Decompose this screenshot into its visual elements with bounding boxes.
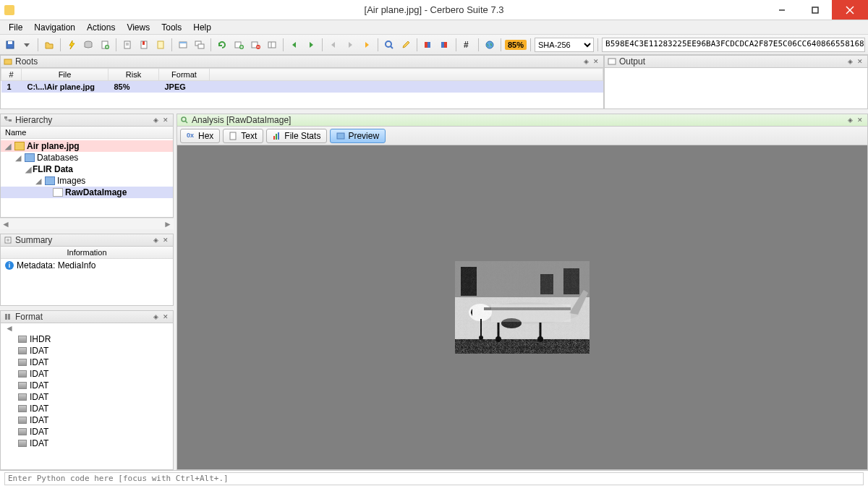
format-item[interactable]: IDAT bbox=[1, 345, 173, 357]
roots-title: Roots bbox=[15, 56, 38, 67]
windows-icon[interactable] bbox=[192, 38, 207, 52]
col-num[interactable]: # bbox=[1, 69, 22, 81]
doc-plus-icon[interactable] bbox=[98, 38, 112, 52]
format-item[interactable]: IDAT bbox=[1, 368, 173, 380]
hex-icon: 0x bbox=[187, 132, 195, 140]
close-icon[interactable]: ✕ bbox=[593, 58, 600, 65]
menu-tools[interactable]: Tools bbox=[156, 21, 187, 34]
tree-rawdataimage[interactable]: RawDataImage bbox=[1, 187, 173, 198]
format-item[interactable]: IDAT bbox=[1, 414, 173, 426]
close-icon[interactable]: ✕ bbox=[163, 313, 170, 320]
link-back-icon[interactable] bbox=[326, 38, 341, 52]
pin-icon[interactable]: ◈ bbox=[848, 116, 855, 124]
save-icon[interactable] bbox=[3, 38, 17, 52]
tree-root[interactable]: ◢Air plane.jpg bbox=[1, 140, 173, 152]
scroll-left-icon[interactable]: ◄ bbox=[0, 219, 12, 229]
python-console-input[interactable] bbox=[4, 472, 864, 485]
menu-help[interactable]: Help bbox=[187, 21, 217, 34]
remove-panel-icon[interactable] bbox=[248, 38, 263, 52]
format-item[interactable]: IDAT bbox=[1, 426, 173, 438]
roots-header[interactable]: Roots ◈✕ bbox=[0, 55, 604, 68]
summary-item[interactable]: iMetadata: MediaInfo bbox=[1, 259, 173, 272]
tree-images[interactable]: ◢Images bbox=[1, 175, 173, 187]
preview-canvas[interactable] bbox=[176, 145, 868, 470]
format-item[interactable]: IDAT bbox=[1, 391, 173, 403]
menu-views[interactable]: Views bbox=[121, 21, 156, 34]
col-risk[interactable]: Risk bbox=[109, 69, 159, 81]
hash-value-field[interactable]: B598E4C3E11283225EE96BA3FCDCDCA2F87E5C06… bbox=[602, 38, 865, 52]
bookmark-icon[interactable] bbox=[137, 38, 151, 52]
close-button[interactable] bbox=[832, 0, 868, 20]
pin-icon[interactable]: ◈ bbox=[153, 313, 161, 320]
add-panel-icon[interactable] bbox=[231, 38, 246, 52]
window-icon[interactable] bbox=[176, 38, 190, 52]
tab-hex[interactable]: 0xHex bbox=[180, 129, 220, 143]
scroll-right-icon[interactable]: ► bbox=[162, 219, 174, 229]
note-icon[interactable] bbox=[153, 38, 168, 52]
search-icon[interactable] bbox=[382, 38, 396, 52]
summary-header[interactable]: Summary ◈✕ bbox=[0, 234, 174, 247]
flag-red-icon[interactable] bbox=[421, 38, 435, 52]
pin-icon[interactable]: ◈ bbox=[584, 58, 591, 65]
layout-icon[interactable] bbox=[265, 38, 279, 52]
svg-rect-30 bbox=[444, 42, 447, 48]
close-icon[interactable]: ✕ bbox=[163, 236, 170, 244]
edit-icon[interactable] bbox=[399, 38, 413, 52]
tab-preview[interactable]: Preview bbox=[330, 129, 386, 143]
close-icon[interactable]: ✕ bbox=[857, 116, 864, 124]
close-icon[interactable]: ✕ bbox=[163, 116, 170, 124]
flash-icon[interactable] bbox=[64, 38, 79, 52]
output-header[interactable]: Output ◈✕ bbox=[604, 55, 868, 68]
hierarchy-column[interactable]: Name bbox=[1, 127, 173, 139]
back-icon[interactable] bbox=[287, 38, 302, 52]
svg-line-45 bbox=[185, 121, 187, 123]
maximize-button[interactable] bbox=[799, 0, 832, 20]
format-item[interactable]: IDAT bbox=[1, 380, 173, 391]
col-format[interactable]: Format bbox=[159, 69, 210, 81]
summary-column[interactable]: Information bbox=[1, 247, 173, 259]
format-item[interactable]: IHDR bbox=[1, 333, 173, 345]
cell-num: 1 bbox=[1, 81, 22, 93]
tab-text[interactable]: Text bbox=[223, 129, 263, 143]
analysis-header[interactable]: Analysis [RawDataImage] ◈✕ bbox=[176, 114, 868, 127]
forward-icon[interactable] bbox=[304, 38, 318, 52]
format-item[interactable]: IDAT bbox=[1, 403, 173, 414]
table-row[interactable]: 1 C:\...\Air plane.jpg 85% JPEG bbox=[1, 81, 603, 93]
menu-actions[interactable]: Actions bbox=[81, 21, 121, 34]
expander-icon[interactable]: ◢ bbox=[4, 142, 12, 151]
globe-icon[interactable] bbox=[482, 38, 497, 52]
format-item[interactable]: IDAT bbox=[1, 357, 173, 368]
flag-blue-icon[interactable] bbox=[438, 38, 452, 52]
format-panel: Format ◈✕ ◄ IHDR IDAT IDAT IDAT IDAT IDA… bbox=[0, 310, 174, 470]
chunk-icon bbox=[18, 428, 27, 435]
pin-icon[interactable]: ◈ bbox=[153, 236, 161, 244]
tab-stats[interactable]: File Stats bbox=[266, 129, 327, 143]
format-item[interactable]: IDAT bbox=[1, 438, 173, 449]
expander-icon[interactable]: ◢ bbox=[34, 176, 43, 186]
output-body[interactable] bbox=[604, 68, 868, 109]
expander-icon[interactable]: ◢ bbox=[14, 153, 22, 163]
jump-icon[interactable] bbox=[359, 38, 374, 52]
open-icon[interactable] bbox=[42, 38, 56, 52]
dropdown-icon[interactable] bbox=[20, 38, 34, 52]
refresh-icon[interactable] bbox=[215, 38, 229, 52]
expander-icon[interactable]: ◢ bbox=[24, 165, 33, 174]
hierarchy-header[interactable]: Hierarchy ◈✕ bbox=[0, 114, 174, 127]
tree-flir[interactable]: ◢FLIR Data bbox=[1, 163, 173, 175]
format-header[interactable]: Format ◈✕ bbox=[0, 310, 174, 323]
report-icon[interactable] bbox=[120, 38, 135, 52]
close-icon[interactable]: ✕ bbox=[857, 58, 864, 65]
hash-icon[interactable]: # bbox=[460, 38, 475, 52]
menu-file[interactable]: File bbox=[3, 21, 28, 34]
hash-algorithm-select[interactable]: SHA-256 bbox=[535, 38, 594, 52]
pin-icon[interactable]: ◈ bbox=[153, 116, 161, 124]
pin-icon[interactable]: ◈ bbox=[848, 58, 855, 65]
hierarchy-scrollbar[interactable]: ◄► bbox=[0, 218, 174, 229]
link-fwd-icon[interactable] bbox=[343, 38, 357, 52]
col-file[interactable]: File bbox=[22, 69, 109, 81]
db-icon[interactable] bbox=[81, 38, 95, 52]
minimize-button[interactable] bbox=[765, 0, 799, 20]
tree-databases[interactable]: ◢Databases bbox=[1, 152, 173, 163]
collapse-icon[interactable]: ◄ bbox=[1, 323, 173, 333]
menu-navigation[interactable]: Navigation bbox=[28, 21, 81, 34]
